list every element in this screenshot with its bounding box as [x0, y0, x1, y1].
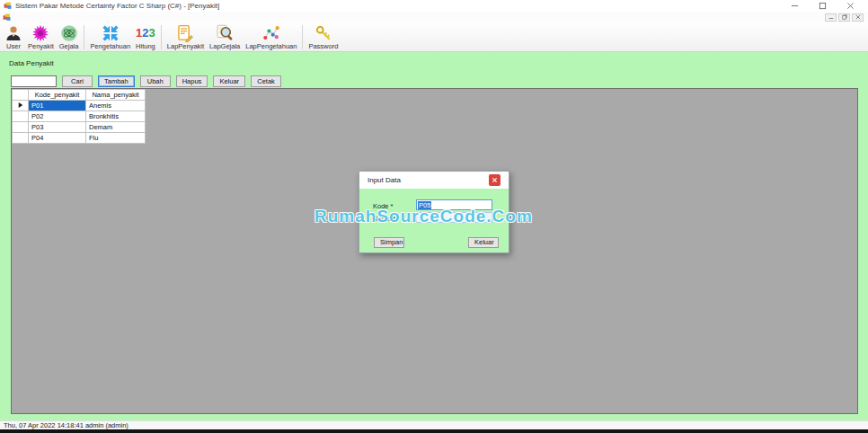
toolbar-pengetahuan-label: Pengetahuan: [90, 42, 130, 50]
nama-label: Nama *: [373, 215, 395, 223]
table-header-row: Kode_penyakit Nama_penyakit: [13, 90, 146, 101]
cell-kode[interactable]: P04: [29, 133, 86, 144]
status-text: Thu, 07 Apr 2022 14:18:41 admin (admin): [4, 421, 128, 429]
toolbar-lappengetahuan-label: LapPengetahuan: [245, 42, 297, 50]
app-icon: [4, 2, 12, 10]
keluar-dialog-button[interactable]: Keluar: [468, 237, 499, 248]
cetak-button[interactable]: Cetak: [251, 75, 281, 87]
scatter-chart-icon: [262, 24, 280, 42]
cell-kode[interactable]: P01: [29, 101, 86, 111]
cell-nama[interactable]: Bronkhitis: [86, 111, 146, 122]
toolbar-user-label: User: [6, 42, 21, 50]
current-row-indicator: [13, 101, 29, 111]
simpan-button[interactable]: Simpan: [374, 237, 404, 248]
column-header-nama[interactable]: Nama_penyakit: [86, 90, 146, 101]
toolbar-pengetahuan[interactable]: Pengetahuan: [87, 23, 133, 51]
column-header-kode[interactable]: Kode_penyakit: [29, 90, 86, 101]
toolbar-hitung[interactable]: 123 Hitung: [133, 23, 158, 51]
search-input[interactable]: [11, 75, 57, 87]
toolbar-lappenyakit-label: LapPenyakit: [167, 42, 204, 50]
toolbar-lapgejala-label: LapGejala: [209, 42, 240, 50]
dialog-close-icon[interactable]: [489, 174, 500, 186]
toolbar: User Penyakit Gejala Pengetahuan 123 Hit…: [0, 22, 868, 52]
table-row[interactable]: P04 Flu: [13, 133, 146, 144]
mdi-window-controls: [825, 13, 865, 22]
toolbar-penyakit[interactable]: Penyakit: [25, 23, 57, 51]
window-title: Sistem Pakar Metode Certainty Factor C S…: [15, 2, 219, 10]
window-controls: [781, 0, 864, 12]
table-row[interactable]: P01 Anemis: [13, 101, 146, 111]
penyakit-table: Kode_penyakit Nama_penyakit P01 Anemis P…: [12, 89, 146, 144]
keluar-button[interactable]: Keluar: [213, 75, 245, 87]
close-icon[interactable]: [837, 0, 864, 12]
mdi-minimize-icon[interactable]: [825, 13, 837, 22]
toolbar-lapgejala[interactable]: LapGejala: [207, 23, 243, 51]
toolbar-separator: [84, 25, 84, 49]
maximize-icon[interactable]: [809, 0, 837, 12]
minimize-icon[interactable]: [781, 0, 809, 12]
tambah-button[interactable]: Tambah: [98, 75, 135, 87]
cell-kode[interactable]: P02: [29, 111, 86, 122]
toolbar-separator: [302, 25, 303, 49]
mdi-close-icon[interactable]: [852, 13, 864, 22]
row-selector: [13, 133, 29, 144]
toolbar-user[interactable]: User: [2, 23, 25, 51]
report-search-icon: [216, 24, 234, 42]
cari-button[interactable]: Cari: [62, 75, 93, 87]
cell-nama[interactable]: Anemis: [86, 101, 146, 111]
toolbar-gejala-label: Gejala: [59, 42, 79, 50]
toolbar-password[interactable]: Password: [306, 23, 341, 51]
kode-label: Kode *: [373, 202, 394, 210]
window-bottom-edge: [0, 429, 868, 433]
row-selector-header: [13, 90, 29, 101]
toolbar-lappenyakit[interactable]: LapPenyakit: [164, 23, 207, 51]
cell-kode[interactable]: P03: [29, 122, 86, 133]
numbers-123-icon: 123: [137, 24, 155, 42]
table-row[interactable]: P02 Bronkhitis: [13, 111, 146, 122]
child-window-icon: [3, 13, 11, 22]
user-icon: [4, 24, 22, 42]
row-arrow-icon: [18, 102, 23, 108]
ubah-button[interactable]: Ubah: [140, 75, 171, 87]
cell-nama[interactable]: Flu: [86, 133, 146, 144]
toolbar-password-label: Password: [308, 42, 338, 50]
atom-icon: [60, 24, 78, 42]
mdi-menu-strip: [0, 12, 868, 22]
toolbar-lappengetahuan[interactable]: LapPengetahuan: [243, 23, 299, 51]
mdi-restore-icon[interactable]: [838, 13, 850, 22]
title-bar: Sistem Pakar Metode Certainty Factor C S…: [0, 0, 868, 12]
hapus-button[interactable]: Hapus: [176, 75, 208, 87]
app-window: Sistem Pakar Metode Certainty Factor C S…: [0, 0, 868, 433]
kode-input-value: P05: [418, 201, 431, 209]
keys-icon: [314, 24, 332, 42]
panel-title: Data Penyakit: [9, 59, 54, 67]
dialog-title: Input Data: [368, 176, 401, 184]
toolbar-penyakit-label: Penyakit: [28, 42, 54, 50]
controls-row: Cari Tambah Ubah Hapus Keluar Cetak: [11, 75, 281, 87]
input-data-dialog: Input Data Kode * P05 Nama * Simpan Kelu…: [359, 171, 509, 253]
dialog-title-bar[interactable]: Input Data: [359, 172, 509, 189]
nama-input[interactable]: [416, 212, 492, 223]
toolbar-gejala[interactable]: Gejala: [57, 23, 82, 51]
row-selector: [13, 122, 29, 133]
collapse-arrows-icon: [102, 24, 120, 42]
row-selector: [13, 111, 29, 122]
status-bar: Thu, 07 Apr 2022 14:18:41 admin (admin): [0, 420, 868, 429]
toolbar-separator: [161, 25, 162, 49]
kode-input[interactable]: P05: [416, 199, 492, 210]
table-row[interactable]: P03 Demam: [13, 122, 146, 133]
report-document-icon: [176, 24, 194, 42]
toolbar-hitung-label: Hitung: [136, 42, 155, 50]
virus-icon: [31, 24, 49, 42]
cell-nama[interactable]: Demam: [86, 122, 146, 133]
